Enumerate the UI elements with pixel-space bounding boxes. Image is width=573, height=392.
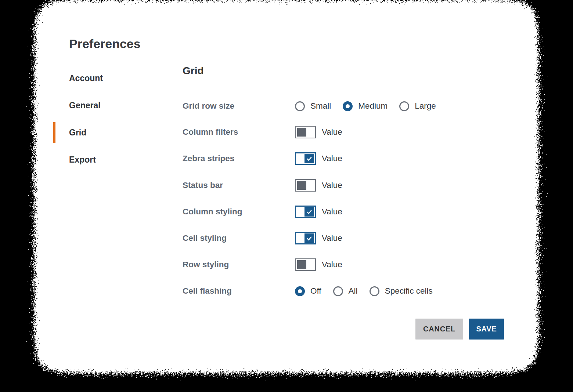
radio-icon xyxy=(370,286,379,296)
checkmark-icon xyxy=(306,235,313,242)
column-filters-toggle[interactable] xyxy=(295,126,316,138)
screenshot-canvas: Preferences Account General Grid Export … xyxy=(0,0,573,392)
radio-option-all[interactable]: All xyxy=(333,286,358,296)
setting-row-column-styling: Column styling Value xyxy=(183,204,342,219)
radio-option-label: Medium xyxy=(358,101,388,111)
panel-heading: Grid xyxy=(183,65,204,77)
toggle-value-label: Value xyxy=(322,233,342,243)
sidebar-item-grid[interactable]: Grid xyxy=(69,127,86,138)
setting-label: Column styling xyxy=(183,207,295,217)
sidebar-item-general[interactable]: General xyxy=(69,100,101,110)
cell-flashing-radio-group: Off All Specific cells xyxy=(295,286,433,296)
setting-row-cell-flashing: Cell flashing Off All Specific cells xyxy=(183,284,433,298)
radio-option-label: Small xyxy=(310,101,331,111)
setting-row-row-styling: Row styling Value xyxy=(183,257,342,272)
radio-option-label: Off xyxy=(310,286,321,296)
setting-label: Zebra stripes xyxy=(183,154,295,163)
setting-label: Column filters xyxy=(183,127,295,137)
save-button[interactable]: SAVE xyxy=(469,319,504,340)
sidebar-item-account[interactable]: Account xyxy=(69,73,103,83)
setting-row-cell-styling: Cell styling Value xyxy=(183,231,342,246)
toggle-knob xyxy=(304,233,314,243)
checkmark-icon xyxy=(306,208,313,215)
setting-row-column-filters: Column filters Value xyxy=(183,125,342,139)
radio-option-large[interactable]: Large xyxy=(399,101,436,111)
dialog-title: Preferences xyxy=(69,37,141,51)
toggle-value-label: Value xyxy=(322,260,342,269)
setting-label: Row styling xyxy=(183,260,295,269)
radio-icon xyxy=(295,101,305,111)
dialog-footer: CANCEL SAVE xyxy=(415,319,504,340)
sidebar-item-export[interactable]: Export xyxy=(69,155,96,165)
radio-option-label: Large xyxy=(415,101,436,111)
radio-option-medium[interactable]: Medium xyxy=(343,101,388,111)
grid-row-size-radio-group: Small Medium Large xyxy=(295,101,436,111)
radio-option-small[interactable]: Small xyxy=(295,101,331,111)
toggle-knob xyxy=(304,207,314,217)
toggle-knob xyxy=(304,154,314,163)
toggle-knob xyxy=(297,260,306,269)
checkmark-icon xyxy=(306,155,313,162)
column-styling-toggle[interactable] xyxy=(295,206,316,218)
row-styling-toggle[interactable] xyxy=(295,258,316,271)
cancel-button[interactable]: CANCEL xyxy=(415,319,463,340)
radio-option-off[interactable]: Off xyxy=(295,286,321,296)
radio-icon xyxy=(343,101,353,111)
toggle-value-label: Value xyxy=(322,181,342,190)
status-bar-toggle[interactable] xyxy=(295,179,316,192)
setting-row-zebra-stripes: Zebra stripes Value xyxy=(183,151,342,166)
radio-option-label: All xyxy=(349,286,358,296)
radio-icon xyxy=(295,286,305,296)
radio-option-label: Specific cells xyxy=(385,286,433,296)
radio-option-specific-cells[interactable]: Specific cells xyxy=(370,286,433,296)
cell-styling-toggle[interactable] xyxy=(295,232,316,244)
radio-icon xyxy=(399,101,409,111)
radio-icon xyxy=(333,286,343,296)
toggle-value-label: Value xyxy=(322,154,342,163)
zebra-stripes-toggle[interactable] xyxy=(295,152,316,165)
preferences-dialog: Preferences Account General Grid Export … xyxy=(51,17,522,356)
toggle-knob xyxy=(297,181,306,190)
setting-label: Cell flashing xyxy=(183,286,295,296)
toggle-knob xyxy=(297,128,306,137)
setting-row-grid-row-size: Grid row size Small Medium Large xyxy=(183,99,436,113)
setting-label: Grid row size xyxy=(183,101,295,111)
toggle-value-label: Value xyxy=(322,207,342,217)
setting-row-status-bar: Status bar Value xyxy=(183,178,342,193)
toggle-value-label: Value xyxy=(322,127,342,137)
active-nav-indicator xyxy=(53,122,55,143)
setting-label: Status bar xyxy=(183,181,295,190)
setting-label: Cell styling xyxy=(183,233,295,243)
